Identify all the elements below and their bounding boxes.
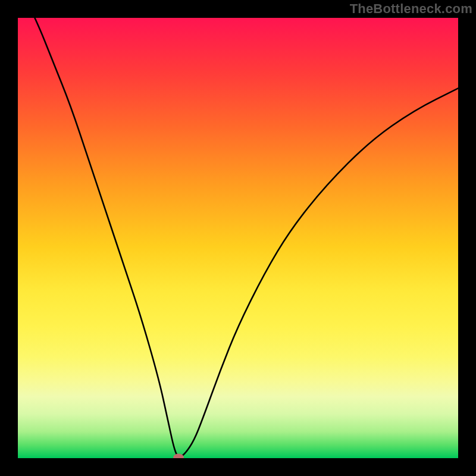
watermark-label: TheBottleneck.com — [350, 1, 472, 17]
plot-area — [18, 18, 458, 458]
bottleneck-marker — [173, 454, 184, 458]
bottleneck-curve — [18, 18, 458, 457]
chart-frame: TheBottleneck.com — [0, 0, 476, 476]
curve-svg — [18, 18, 458, 458]
